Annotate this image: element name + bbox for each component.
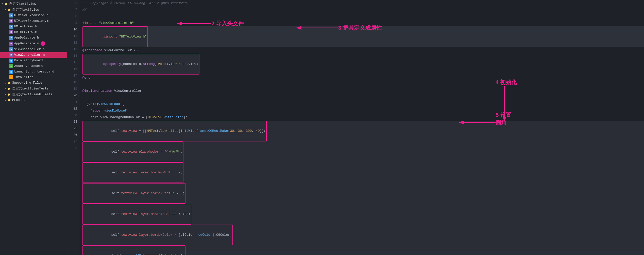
line-num-25: 25 [67, 125, 77, 132]
code-lines[interactable]: // Copyright © 2016年 liuYuGang. All righ… [79, 0, 644, 255]
code-num: 30 [230, 129, 234, 133]
code-line-9: #import "ViewController.h" [82, 20, 644, 26]
line-num-9: 9 [67, 20, 77, 26]
h-icon: h [9, 13, 13, 17]
line-num-19: 19 [67, 86, 77, 92]
sidebar-item-hmtextview-h[interactable]: h HMTextView.h [0, 24, 67, 29]
line-num-24: 24 [67, 119, 77, 125]
sidebar-item-launchscreen[interactable]: ▦ LaunchScr...toryboard [0, 69, 67, 75]
code-text: self. [103, 129, 121, 133]
sidebar-item-label: UIView+Extension.m [14, 19, 48, 23]
code-func: viewDidLoad [98, 101, 120, 107]
code-prop: borderColor [151, 233, 173, 237]
sidebar-item-appdelegate-m[interactable]: m AppDelegate.m 1 [0, 41, 67, 47]
code-text: - ( [82, 101, 88, 107]
code-str: "占位符" [167, 150, 181, 154]
code-num: 40 [256, 129, 260, 133]
sidebar-root-group[interactable]: ▶ 📁 自定义textfview [0, 1, 67, 7]
line-num-20: 20 [67, 92, 77, 99]
sidebar-item-main-storyboard[interactable]: ▦ Main.storyboard [0, 58, 67, 63]
code-prop: layer [139, 171, 149, 174]
sidebar-subgroup[interactable]: ▶ 📁 自定义textfview [0, 7, 67, 13]
code-text: (nonatomic, [121, 62, 143, 66]
code-line-8 [82, 13, 644, 20]
code-text [167, 129, 169, 133]
code-text [131, 254, 133, 255]
code-comment: // Copyright © 2016年 liuYuGang. All righ… [82, 0, 189, 7]
code-prop: textview [121, 191, 137, 195]
code-kw: void [88, 101, 96, 107]
sidebar-item-label: 自定义textfview [9, 2, 36, 6]
code-text: = [ [140, 114, 148, 121]
folder-icon: 📁 [7, 87, 11, 91]
code-line-7: // [82, 7, 644, 13]
code-kw: #import [103, 35, 119, 39]
code-func: CGRectMake [208, 129, 228, 133]
sidebar-item-viewcontroller-m[interactable]: m ViewController.m [0, 52, 67, 58]
code-kw: #import [82, 20, 98, 26]
code-num: 300 [246, 129, 252, 133]
sidebar-item-info-plist[interactable]: ✦ Info.plist [0, 75, 67, 80]
folder-icon: 📁 [7, 98, 11, 102]
sidebar-item-assets[interactable]: ⊞ Assets.xcassets [0, 63, 67, 69]
code-line-17: - (void)viewDidLoad { [82, 101, 644, 107]
folder-icon: 📁 [7, 81, 11, 85]
code-line-15: @implementation ViewController [82, 88, 644, 94]
h-icon: h [9, 47, 13, 51]
folder-icon: 📁 [7, 8, 11, 12]
sidebar-item-label: Main.storyboard [14, 59, 43, 62]
code-at: @ [165, 150, 167, 154]
sidebar-item-uiview-ext-h[interactable]: h UIView+Extension.h [0, 13, 67, 18]
line-num-23: 23 [67, 112, 77, 119]
m-icon: m [9, 30, 13, 34]
code-line-12: @property(nonatomic,strong)HMTextView *t… [82, 54, 644, 75]
code-line-22: self.textview.layer.borderWidth = 2; [82, 162, 644, 183]
sidebar-item-tests-group[interactable]: ▶ 📁 自定义textfviewTests [0, 86, 67, 92]
sidebar-item-appdelegate-h[interactable]: h AppDelegate.h [0, 35, 67, 41]
code-func: whiteColor [164, 114, 183, 121]
code-prop: layer [139, 233, 149, 237]
sidebar-item-label: 自定义textfviewUITests [12, 92, 53, 97]
code-text: { [120, 101, 124, 107]
code-prop: textview [121, 129, 137, 133]
sidebar-item-supporting-files[interactable]: ▶ 📁 Supporting Files [0, 80, 67, 86]
collapse-icon: ▶ [5, 82, 6, 84]
code-str: "ViewController.h" [98, 20, 134, 26]
sidebar-item-label: Assets.xcassets [14, 64, 43, 68]
code-type: UIColor [148, 114, 162, 121]
line-num-14: 14 [67, 53, 77, 59]
code-kw: YES [182, 212, 188, 216]
sidebar-item-hmtextview-m[interactable]: m HMTextView.m [0, 29, 67, 35]
code-func: addSubview: [133, 254, 155, 255]
code-at: @implementation [82, 88, 112, 94]
m-icon: m [9, 53, 13, 57]
sidebar-item-products[interactable]: ▶ 📁 Products [0, 97, 67, 103]
h-icon: h [9, 36, 13, 40]
sidebar-item-uiview-ext-m[interactable]: m UIView+Extension.m [0, 18, 67, 24]
code-line-20: self.textview = [[HMTextView alloc]initW… [82, 121, 644, 141]
expand-icon: ▶ [5, 9, 7, 10]
sidebar-item-label: 自定义textfviewTests [12, 86, 49, 91]
code-text: ; [182, 191, 184, 195]
code-text: ]; [183, 114, 188, 121]
code-text: = [173, 171, 178, 174]
sidebar-item-viewcontroller-h[interactable]: h ViewController.h [0, 47, 67, 52]
code-text: , [234, 129, 238, 133]
code-prop: textview [121, 171, 137, 174]
code-line-19: self.view.backgroundColor = [UIColor whi… [82, 114, 644, 121]
code-text: = [177, 212, 182, 216]
code-prop: layer [139, 212, 149, 216]
sidebar-item-label: Supporting Files [12, 81, 43, 85]
code-str: "HMTextView.h" [119, 35, 147, 39]
code-prop: textview [121, 212, 137, 216]
sidebar-item-ui-tests-group[interactable]: ▶ 📁 自定义textfviewUITests [0, 92, 67, 97]
line-num-22: 22 [67, 105, 77, 112]
expand-icon: ▶ [2, 3, 4, 5]
code-at: @interface [82, 47, 102, 54]
code-text: ) [96, 101, 98, 107]
line-num-11: 11 [67, 33, 77, 40]
code-text [102, 107, 104, 114]
sidebar-item-label: AppDelegate.m [14, 42, 39, 45]
code-text: , [242, 129, 246, 133]
code-kw: super [92, 107, 102, 114]
